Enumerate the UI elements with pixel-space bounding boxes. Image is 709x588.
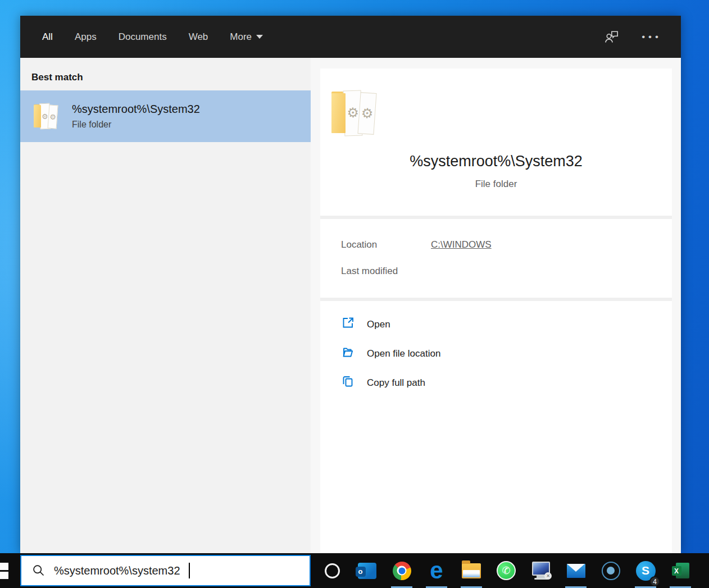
copy-icon [341,375,354,391]
taskbar: %systemroot%\system32 o e [0,553,709,588]
results-panel: Best match ⚙ ⚙ %systemroot%\System32 [20,58,311,553]
preview-card: ⚙ ⚙ %systemroot%\System32 File folder [320,69,672,553]
edge-icon: e [430,561,443,580]
preview-hero: ⚙ ⚙ %systemroot%\System32 File folder [320,69,672,216]
taskbar-cortana-button[interactable] [315,553,349,588]
document-page: ⚙ [357,92,376,135]
last-modified-label: Last modified [341,266,431,277]
search-results-area: Best match ⚙ ⚙ %systemroot%\System32 [20,58,681,553]
search-filter-tabs: All Apps Documents Web More [20,16,681,58]
open-icon [341,316,354,332]
chevron-down-icon [256,35,263,39]
file-explorer-icon [462,563,481,578]
rdp-badge: ✕ [544,572,552,580]
outlook-o: o [356,567,366,577]
taskbar-remote-desktop-button[interactable]: ✕ [524,553,558,588]
document-page: ⚙ [47,104,58,129]
action-open-file-location[interactable]: Open file location [341,345,672,362]
result-title: %systemroot%\System32 [72,103,200,116]
text-caret [189,563,190,578]
mail-icon [567,564,585,578]
gear-icon: ⚙ [347,105,359,121]
taskbar-edge-button[interactable]: e [419,553,454,588]
action-copy-full-path-label: Copy full path [367,377,425,389]
result-subtitle: File folder [72,120,200,130]
taskbar-skype-button[interactable]: S 4 [628,553,663,588]
preview-panel: ⚙ ⚙ %systemroot%\System32 File folder [311,58,681,553]
taskbar-chrome-button[interactable] [384,553,419,588]
feedback-user-icon[interactable] [604,30,619,44]
best-match-heading: Best match [31,72,311,83]
gear-icon: ⚙ [360,105,373,121]
start-button[interactable] [0,553,16,588]
detail-row-last-modified: Last modified [341,266,672,277]
preview-subtitle: File folder [331,179,661,190]
windows-logo-icon [0,563,8,570]
windows-logo-icon [0,572,8,579]
excel-icon: X [672,562,689,579]
desktop: All Apps Documents Web More [0,0,709,588]
best-match-result-row[interactable]: ⚙ ⚙ %systemroot%\System32 File folder [20,90,311,142]
taskbar-whatsapp-button[interactable]: ✆ [489,553,524,588]
location-label: Location [341,239,431,250]
skype-notification-badge: 4 [649,576,660,587]
taskbar-file-explorer-button[interactable] [454,553,489,588]
result-text: %systemroot%\System32 File folder [72,103,200,130]
system-folder-icon-large: ⚙ ⚙ [331,90,379,136]
tab-more[interactable]: More [230,31,263,43]
chrome-icon [393,562,411,580]
location-link[interactable]: C:\WINDOWS [431,239,492,250]
search-input-value[interactable]: %systemroot%\system32 [54,564,180,577]
cortana-icon [325,563,340,578]
action-open[interactable]: Open [341,316,672,332]
preview-actions: Open Open file location [320,301,672,553]
screen-recorder-icon [602,562,620,580]
ellipsis-menu-icon[interactable] [642,31,662,43]
tab-more-label: More [230,31,252,43]
tab-web[interactable]: Web [189,31,208,43]
taskbar-outlook-button[interactable]: o [349,553,384,588]
action-copy-full-path[interactable]: Copy full path [341,375,672,391]
preview-title: %systemroot%\System32 [331,153,661,170]
whatsapp-icon: ✆ [497,561,516,580]
remote-desktop-icon: ✕ [531,562,551,580]
header-actions [604,30,662,44]
taskbar-screen-recorder-button[interactable] [593,553,628,588]
folder-front [34,105,41,127]
tab-documents[interactable]: Documents [119,31,167,43]
system-folder-icon: ⚙ ⚙ [34,103,58,129]
search-icon [32,564,46,577]
tab-apps[interactable]: Apps [75,31,97,43]
taskbar-search-box[interactable]: %systemroot%\system32 [20,555,311,586]
gear-icon: ⚙ [49,112,56,121]
taskbar-excel-button[interactable]: X [663,553,698,588]
tab-all[interactable]: All [42,31,53,43]
taskbar-icons: o e ✆ [315,553,698,588]
search-flyout: All Apps Documents Web More [20,16,681,553]
action-open-file-location-label: Open file location [367,348,440,359]
detail-row-location: Location C:\WINDOWS [341,239,672,250]
folder-open-icon [341,345,354,362]
outlook-icon: o [358,563,376,579]
taskbar-mail-button[interactable] [558,553,593,588]
folder-front [331,93,346,133]
action-open-label: Open [367,319,390,330]
preview-details: Location C:\WINDOWS Last modified [320,219,672,298]
